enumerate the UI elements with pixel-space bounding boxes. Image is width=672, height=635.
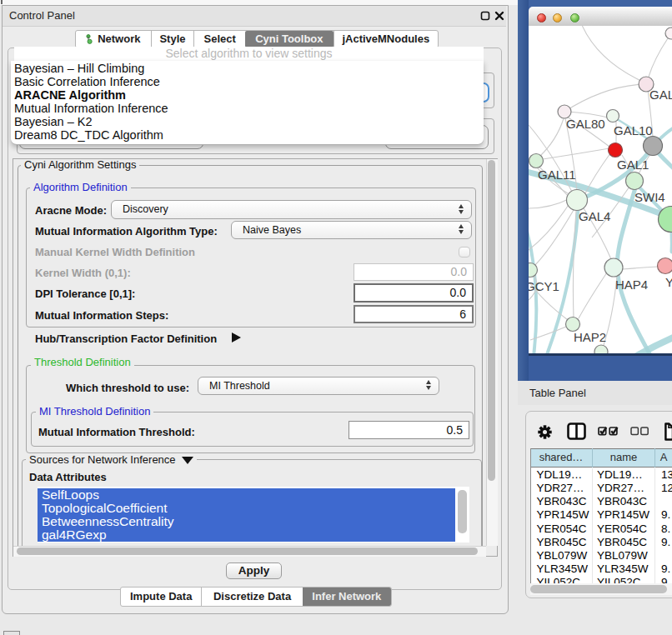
svg-text:Y: Y <box>665 275 672 289</box>
svg-text:GAL10: GAL10 <box>614 123 653 138</box>
svg-text:SWI4: SWI4 <box>634 190 665 204</box>
svg-text:GAL80: GAL80 <box>566 117 605 131</box>
svg-text:GAL: GAL <box>649 88 672 102</box>
svg-text:HAP4: HAP4 <box>615 278 648 292</box>
svg-text:HAP2: HAP2 <box>574 330 606 344</box>
svg-text:GCY1: GCY1 <box>529 279 559 293</box>
svg-text:GAL11: GAL11 <box>538 168 576 182</box>
svg-text:GAL4: GAL4 <box>579 209 610 223</box>
svg-text:GAL1: GAL1 <box>617 158 649 172</box>
